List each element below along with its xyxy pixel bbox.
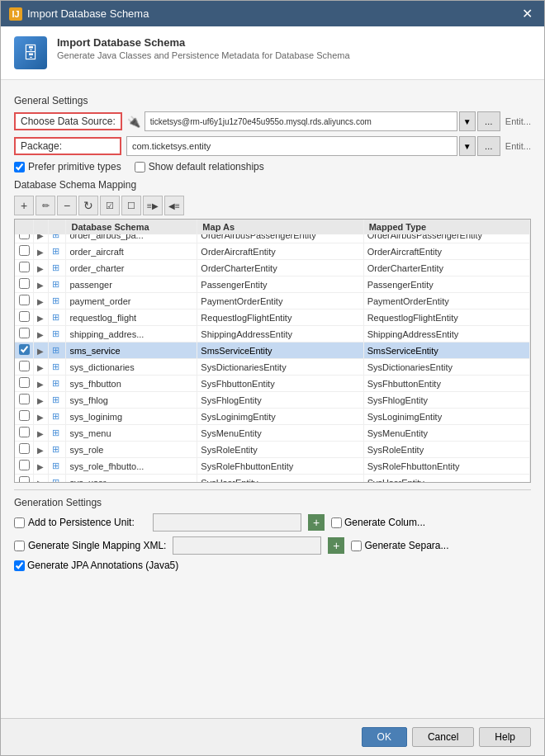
expand-icon[interactable]: ▶ <box>37 281 44 290</box>
expand-icon[interactable]: ▶ <box>37 479 44 484</box>
row-checkbox[interactable] <box>19 262 30 272</box>
expand-icon[interactable]: ▶ <box>37 314 44 323</box>
cancel-button[interactable]: Cancel <box>412 727 474 747</box>
generate-separate-label[interactable]: Generate Separa... <box>351 540 448 551</box>
row-checkbox-cell[interactable] <box>15 376 34 392</box>
row-expand-cell[interactable]: ▶ <box>34 276 49 293</box>
row-checkbox[interactable] <box>19 476 30 483</box>
expand-icon[interactable]: ▶ <box>37 363 44 372</box>
package-input[interactable] <box>126 136 457 156</box>
row-expand-cell[interactable]: ▶ <box>34 425 49 442</box>
table-row[interactable]: ▶⊞sys_dictionariesSysDictionariesEntityS… <box>15 359 530 376</box>
row-checkbox[interactable] <box>19 377 30 388</box>
row-checkbox-cell[interactable] <box>15 458 34 475</box>
table-row[interactable]: ▶⊞sys_role_fhbutto...SysRoleFhbuttonEnti… <box>15 458 530 475</box>
table-row[interactable]: ▶⊞shipping_addres...ShippingAddressEntit… <box>15 326 530 343</box>
table-row[interactable]: ▶⊞payment_orderPaymentOrderEntityPayment… <box>15 293 530 309</box>
expand-icon[interactable]: ▶ <box>37 462 44 471</box>
row-expand-cell[interactable]: ▶ <box>34 392 49 409</box>
row-checkbox[interactable] <box>19 427 30 437</box>
row-checkbox-cell[interactable] <box>15 442 34 458</box>
expand-icon[interactable]: ▶ <box>37 330 44 339</box>
expand-icon[interactable]: ▶ <box>37 429 44 438</box>
row-expand-cell[interactable]: ▶ <box>34 442 49 458</box>
row-checkbox[interactable] <box>19 460 30 470</box>
row-checkbox-cell[interactable] <box>15 343 34 359</box>
expand-icon[interactable]: ▶ <box>37 264 44 273</box>
data-source-dropdown-btn[interactable]: ▼ <box>459 111 476 131</box>
edit-schema-btn[interactable]: ✏ <box>36 196 55 215</box>
table-row[interactable]: ▶⊞sms_serviceSmsServiceEntitySmsServiceE… <box>15 343 530 359</box>
prefer-primitive-label[interactable]: Prefer primitive types <box>14 161 121 172</box>
expand-icon[interactable]: ▶ <box>37 396 44 405</box>
expand-icon[interactable]: ▶ <box>37 380 44 389</box>
expand-icon[interactable]: ▶ <box>37 413 44 422</box>
row-checkbox[interactable] <box>19 295 30 305</box>
table-row[interactable]: ▶⊞order_charterOrderCharterEntityOrderCh… <box>15 260 530 276</box>
row-expand-cell[interactable]: ▶ <box>34 376 49 392</box>
row-checkbox-cell[interactable] <box>15 409 34 425</box>
add-schema-btn[interactable]: + <box>14 196 34 215</box>
single-mapping-input[interactable] <box>173 536 321 555</box>
single-mapping-checkbox[interactable] <box>14 541 25 551</box>
single-mapping-add-btn[interactable]: + <box>328 537 344 554</box>
row-checkbox-cell[interactable] <box>15 276 34 293</box>
refresh-schema-btn[interactable]: ↻ <box>78 196 98 215</box>
help-button[interactable]: Help <box>479 727 531 747</box>
table-row[interactable]: ▶⊞sys_fhlogSysFhlogEntitySysFhlogEntity <box>15 392 530 409</box>
indent-right-btn[interactable]: ≡▶ <box>143 196 163 215</box>
table-row[interactable]: ▶⊞sys_roleSysRoleEntitySysRoleEntity <box>15 442 530 458</box>
table-row[interactable]: ▶⊞sys_loginimgSysLoginimgEntitySysLogini… <box>15 409 530 425</box>
row-checkbox[interactable] <box>19 311 30 322</box>
expand-icon[interactable]: ▶ <box>37 248 44 257</box>
generate-separate-checkbox[interactable] <box>351 541 362 551</box>
row-expand-cell[interactable]: ▶ <box>34 326 49 343</box>
row-expand-cell[interactable]: ▶ <box>34 409 49 425</box>
data-source-input[interactable] <box>145 111 457 131</box>
row-checkbox[interactable] <box>19 361 30 371</box>
jpa-checkbox[interactable] <box>14 560 25 571</box>
row-checkbox-cell[interactable] <box>15 243 34 260</box>
row-checkbox-cell[interactable] <box>15 475 34 484</box>
table-row[interactable]: ▶⊞order_aircraftOrderAircraftEntityOrder… <box>15 243 530 260</box>
show-default-checkbox[interactable] <box>135 162 145 172</box>
row-expand-cell[interactable]: ▶ <box>34 260 49 276</box>
row-checkbox-cell[interactable] <box>15 392 34 409</box>
row-checkbox-cell[interactable] <box>15 326 34 343</box>
close-button[interactable]: ✕ <box>519 6 536 21</box>
ok-button[interactable]: OK <box>362 727 407 747</box>
check-schema-btn[interactable]: ☑ <box>100 196 120 215</box>
row-expand-cell[interactable]: ▶ <box>34 293 49 309</box>
row-expand-cell[interactable]: ▶ <box>34 343 49 359</box>
row-checkbox[interactable] <box>19 328 30 338</box>
row-checkbox[interactable] <box>19 410 30 421</box>
row-checkbox[interactable] <box>19 443 30 454</box>
table-row[interactable]: ▶⊞passengerPassengerEntityPassengerEntit… <box>15 276 530 293</box>
uncheck-schema-btn[interactable]: ☐ <box>121 196 141 215</box>
schema-table-container[interactable]: Database Schema Map As Mapped Type ▶⊞air… <box>14 219 531 483</box>
jpa-label[interactable]: Generate JPA Annotations (Java5) <box>14 560 178 571</box>
row-checkbox[interactable] <box>19 394 30 404</box>
expand-icon[interactable]: ▶ <box>37 347 44 356</box>
persistence-unit-add-btn[interactable]: + <box>308 514 325 531</box>
table-row[interactable]: ▶⊞sys_menuSysMenuEntitySysMenuEntity <box>15 425 530 442</box>
row-checkbox-cell[interactable] <box>15 425 34 442</box>
expand-icon[interactable]: ▶ <box>37 297 44 306</box>
table-row[interactable]: ▶⊞sys_fhbuttonSysFhbuttonEntitySysFhbutt… <box>15 376 530 392</box>
row-checkbox[interactable] <box>19 278 30 289</box>
row-expand-cell[interactable]: ▶ <box>34 309 49 326</box>
row-expand-cell[interactable]: ▶ <box>34 458 49 475</box>
persistence-unit-input[interactable] <box>153 513 301 532</box>
prefer-primitive-checkbox[interactable] <box>14 162 25 172</box>
package-dropdown-btn[interactable]: ▼ <box>459 136 476 156</box>
row-checkbox-cell[interactable] <box>15 309 34 326</box>
row-expand-cell[interactable]: ▶ <box>34 243 49 260</box>
row-checkbox[interactable] <box>19 245 30 256</box>
single-mapping-label[interactable]: Generate Single Mapping XML: <box>14 540 166 551</box>
persistence-unit-label[interactable]: Add to Persistence Unit: <box>14 517 146 528</box>
row-checkbox[interactable] <box>19 344 30 355</box>
remove-schema-btn[interactable]: − <box>57 196 77 215</box>
row-expand-cell[interactable]: ▶ <box>34 475 49 484</box>
generate-columns-label[interactable]: Generate Colum... <box>331 517 425 528</box>
expand-icon[interactable]: ▶ <box>37 446 44 455</box>
